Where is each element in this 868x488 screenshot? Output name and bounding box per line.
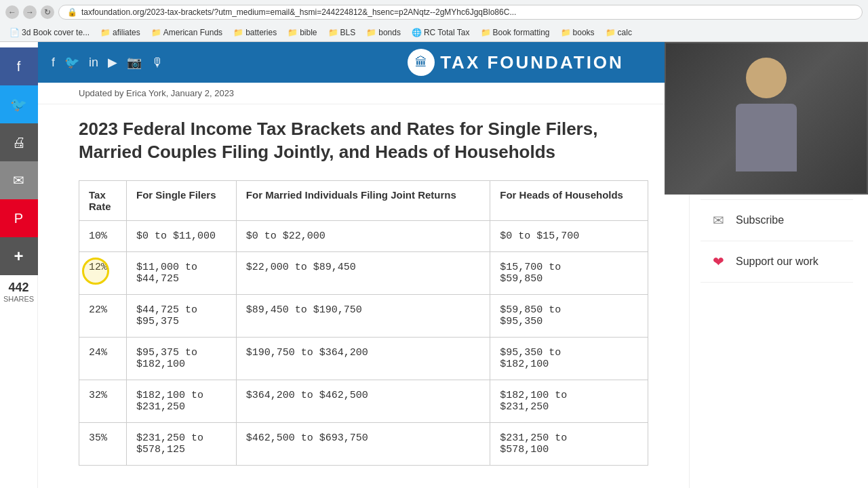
bookmark-rctax[interactable]: 🌐 RC Total Tax xyxy=(408,26,474,39)
nav-instagram-icon[interactable]: 📷 xyxy=(127,55,142,70)
single-cell: $182,100 to$231,250 xyxy=(127,380,237,422)
pinterest-share-button[interactable]: P xyxy=(0,199,38,237)
heads-cell: $182,100 to$231,250 xyxy=(490,380,648,422)
bookmark-bls[interactable]: 📁 BLS xyxy=(324,26,360,39)
bookmark-bonds[interactable]: 📁 bonds xyxy=(362,26,405,39)
social-sidebar: f 🐦 🖨 ✉ P + 442 SHARES xyxy=(0,42,38,488)
browser-toolbar: ← → ↻ 🔒 taxfoundation.org/2023-tax-brack… xyxy=(0,0,868,24)
col-header-heads: For Heads of Households xyxy=(490,180,648,220)
person-head xyxy=(746,58,787,98)
table-header-row: Tax Rate For Single Filers For Married I… xyxy=(79,180,648,220)
heads-cell: $231,250 to$578,100 xyxy=(490,422,648,465)
rate-cell: 10% xyxy=(79,220,127,251)
rate-cell: 22% xyxy=(79,294,127,337)
page-title: 2023 Federal Income Tax Brackets and Rat… xyxy=(79,118,648,164)
nav-social-icons: f 🐦 in ▶ 📷 🎙 xyxy=(52,55,163,70)
table-row: 24% $95,375 to$182,100 $190,750 to $364,… xyxy=(79,337,648,380)
person-figure xyxy=(726,58,807,180)
bookmark-3d[interactable]: 📄 3d Book cover te... xyxy=(5,26,94,39)
nav-twitter-icon[interactable]: 🐦 xyxy=(64,55,79,70)
lock-icon: 🔒 xyxy=(67,7,77,17)
married-cell: $364,200 to $462,500 xyxy=(236,380,490,422)
share-count-display: 442 SHARES xyxy=(3,275,34,308)
highlight-circle xyxy=(82,258,109,285)
subscribe-icon: ✉ xyxy=(709,212,728,228)
nav-podcast-icon[interactable]: 🎙 xyxy=(151,56,163,70)
share-label: SHARES xyxy=(3,295,34,303)
heads-cell-12: $15,700 to$59,850 xyxy=(490,251,648,294)
col-header-single: For Single Filers xyxy=(127,180,237,220)
facebook-share-button[interactable]: f xyxy=(0,47,38,85)
share-number: 442 xyxy=(3,281,34,295)
nav-youtube-icon[interactable]: ▶ xyxy=(108,55,117,70)
single-cell: $95,375 to$182,100 xyxy=(127,337,237,380)
bookmark-books[interactable]: 📁 books xyxy=(557,26,599,39)
bookmarks-bar: 📄 3d Book cover te... 📁 afiliates 📁 Amer… xyxy=(0,24,868,41)
rate-cell: 35% xyxy=(79,422,127,465)
table-row: 22% $44,725 to$95,375 $89,450 to $190,75… xyxy=(79,294,648,337)
support-action[interactable]: ❤ Support our work xyxy=(701,241,853,283)
url-text: taxfoundation.org/2023-tax-brackets/?utm… xyxy=(81,7,516,17)
bookmark-batteries[interactable]: 📁 batteries xyxy=(229,26,281,39)
address-bar[interactable]: 🔒 taxfoundation.org/2023-tax-brackets/?u… xyxy=(58,5,863,20)
bookmark-book-formatting[interactable]: 📁 Book formatting xyxy=(477,26,554,39)
email-share-button[interactable]: ✉ xyxy=(0,161,38,199)
logo-area[interactable]: 🏛 TAX FOUNDATION xyxy=(408,49,624,76)
table-row: 32% $182,100 to$231,250 $364,200 to $462… xyxy=(79,380,648,422)
support-label: Support our work xyxy=(736,256,818,268)
table-row-highlighted: 12% $11,000 to$44,725 $22,000 to $89,450… xyxy=(79,251,648,294)
married-cell: $0 to $22,000 xyxy=(236,220,490,251)
refresh-button[interactable]: ↻ xyxy=(41,5,54,19)
nav-linkedin-icon[interactable]: in xyxy=(89,56,98,70)
breadcrumb-text: Updated by Erica York, January 2, 2023 xyxy=(79,88,234,98)
subscribe-label: Subscribe xyxy=(736,214,784,226)
print-share-button[interactable]: 🖨 xyxy=(0,123,38,161)
heads-cell: $59,850 to$95,350 xyxy=(490,294,648,337)
rate-cell: 32% xyxy=(79,380,127,422)
bookmark-afiliates[interactable]: 📁 afiliates xyxy=(96,26,144,39)
married-cell: $462,500 to $693,750 xyxy=(236,422,490,465)
table-row: 35% $231,250 to$578,125 $462,500 to $693… xyxy=(79,422,648,465)
heads-cell: $0 to $15,700 xyxy=(490,220,648,251)
rate-cell-12: 12% xyxy=(79,251,127,294)
forward-button[interactable]: → xyxy=(23,5,37,19)
bookmark-calc[interactable]: 📁 calc xyxy=(601,26,636,39)
bookmark-bible[interactable]: 📁 bible xyxy=(283,26,321,39)
nav-facebook-icon[interactable]: f xyxy=(52,56,55,70)
single-cell: $44,725 to$95,375 xyxy=(127,294,237,337)
more-share-button[interactable]: + xyxy=(0,237,38,275)
logo-icon: 🏛 xyxy=(408,49,435,76)
rate-cell: 24% xyxy=(79,337,127,380)
twitter-share-button[interactable]: 🐦 xyxy=(0,85,38,123)
married-cell-12: $22,000 to $89,450 xyxy=(236,251,490,294)
subscribe-action[interactable]: ✉ Subscribe xyxy=(701,200,853,241)
tax-brackets-table: Tax Rate For Single Filers For Married I… xyxy=(79,180,648,466)
col-header-married: For Married Individuals Filing Joint Ret… xyxy=(236,180,490,220)
table-row: 10% $0 to $11,000 $0 to $22,000 $0 to $1… xyxy=(79,220,648,251)
heart-icon: ❤ xyxy=(709,253,728,270)
webcam-video xyxy=(666,43,867,193)
bookmark-american-funds[interactable]: 📁 American Funds xyxy=(147,26,226,39)
heads-cell: $95,350 to$182,100 xyxy=(490,337,648,380)
browser-chrome: ← → ↻ 🔒 taxfoundation.org/2023-tax-brack… xyxy=(0,0,868,42)
person-body xyxy=(736,104,797,171)
webcam-overlay xyxy=(665,42,868,195)
article-content: 2023 Federal Income Tax Brackets and Rat… xyxy=(38,104,689,488)
married-cell: $89,450 to $190,750 xyxy=(236,294,490,337)
back-button[interactable]: ← xyxy=(5,5,19,19)
married-cell: $190,750 to $364,200 xyxy=(236,337,490,380)
logo-text: TAX FOUNDATION xyxy=(440,52,624,73)
single-cell: $231,250 to$578,125 xyxy=(127,422,237,465)
col-header-rate: Tax Rate xyxy=(79,180,127,220)
single-cell: $0 to $11,000 xyxy=(127,220,237,251)
single-cell-12: $11,000 to$44,725 xyxy=(127,251,237,294)
